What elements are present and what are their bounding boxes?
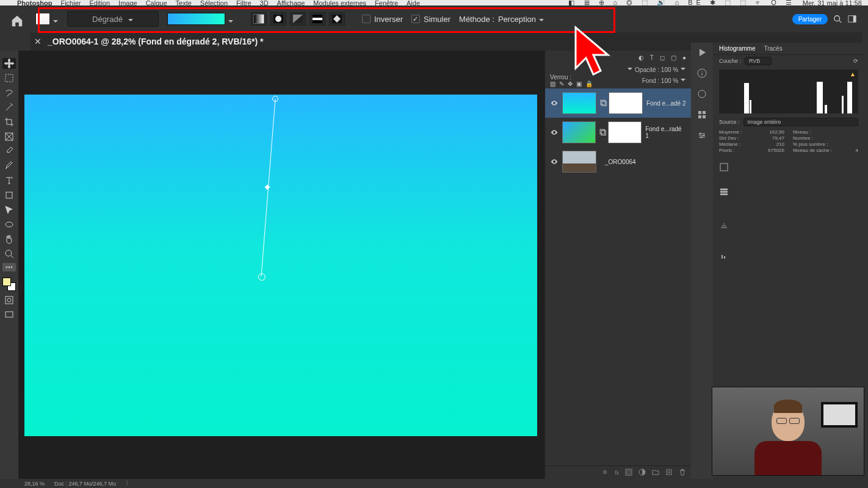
status-chevron[interactable]: 〉 <box>126 479 131 487</box>
document-canvas[interactable] <box>24 95 537 436</box>
eyedropper-tool[interactable] <box>2 146 16 157</box>
layer-item[interactable]: ⧉ Fond e...adé 2 <box>545 88 691 118</box>
tab-histogram[interactable]: Histogramme <box>719 45 755 52</box>
lock-transparency-icon[interactable]: ▨ <box>550 81 555 87</box>
color-icon[interactable] <box>697 89 707 101</box>
tool-preset-swatch[interactable] <box>35 13 59 25</box>
crop-tool[interactable] <box>2 117 16 127</box>
layer-item[interactable]: ⧉ Fond e...radé 1 <box>545 118 691 147</box>
shape-tool[interactable] <box>2 190 16 201</box>
status-icons[interactable]: ◧ ⊞ ⊕ ⌂ ⏣ ⬚ 🔊 ⌂ BE ✱ ⬚ ⬚ ᯤ Q ☰ <box>568 0 795 7</box>
swatches-icon[interactable] <box>697 110 707 122</box>
visibility-toggle[interactable] <box>550 158 559 165</box>
menu-fichier[interactable]: Fichier <box>60 0 81 7</box>
workspace-icon[interactable] <box>847 14 857 24</box>
mask-icon[interactable]: ▢ <box>671 54 676 61</box>
info-icon[interactable] <box>697 68 707 81</box>
gradient-reflected-button[interactable] <box>309 12 325 26</box>
marquee-tool[interactable] <box>2 73 16 84</box>
chevron-down-icon[interactable] <box>680 77 686 83</box>
layer-thumbnail[interactable] <box>562 121 596 143</box>
opacity-value[interactable]: 100 % <box>661 66 678 73</box>
simuler-checkbox[interactable]: Simuler <box>411 15 450 24</box>
panel-icon[interactable] <box>713 214 864 238</box>
link-icon[interactable]: ⧉ <box>600 98 605 109</box>
lock-position-icon[interactable]: ✥ <box>568 81 573 87</box>
panel-icon[interactable] <box>713 246 864 271</box>
new-layer-icon[interactable] <box>665 467 673 478</box>
play-icon[interactable] <box>697 48 707 60</box>
dot-icon[interactable]: ● <box>682 54 686 61</box>
menu-aide[interactable]: Aide <box>407 0 420 7</box>
source-dropdown[interactable]: Image entière <box>743 118 858 126</box>
zoom-level[interactable]: 28,16 % <box>24 481 45 487</box>
foreground-background-colors[interactable] <box>2 278 16 291</box>
hand-tool[interactable] <box>2 234 16 245</box>
mask-icon[interactable] <box>625 467 632 478</box>
visibility-toggle[interactable] <box>550 99 559 107</box>
group-icon[interactable] <box>652 467 659 478</box>
layer-name[interactable]: _ORO0064 <box>605 159 636 165</box>
method-dropdown[interactable]: Perception <box>498 15 544 24</box>
channel-dropdown[interactable]: RVB <box>745 57 772 65</box>
wand-tool[interactable] <box>2 102 16 113</box>
layer-name[interactable]: Fond e...radé 1 <box>645 126 686 139</box>
warning-icon[interactable]: ▲ <box>850 71 856 77</box>
layer-thumbnail[interactable] <box>562 151 596 173</box>
share-button[interactable]: Partager <box>792 14 828 24</box>
menu-affichage[interactable]: Affichage <box>277 0 305 7</box>
gradient-linear-button[interactable] <box>251 12 267 26</box>
gradient-diamond-button[interactable] <box>329 12 345 26</box>
search-icon[interactable] <box>833 14 842 24</box>
gradient-preset-dropdown[interactable]: Dégradé <box>67 11 159 27</box>
edit-toolbar-button[interactable] <box>2 263 16 271</box>
lock-artboard-icon[interactable]: ▣ <box>576 81 582 87</box>
home-button[interactable] <box>6 10 28 32</box>
lasso-tool[interactable] <box>2 87 16 98</box>
gradient-start-handle[interactable] <box>272 96 278 102</box>
app-name[interactable]: Photoshop <box>17 0 52 7</box>
gradient-mid-handle[interactable] <box>265 185 270 190</box>
doc-size[interactable]: Doc : 246,7 Mo/246,7 Mo <box>54 481 116 487</box>
layer-thumbnail[interactable] <box>562 92 596 114</box>
frame-tool[interactable] <box>2 131 16 142</box>
text-icon[interactable]: T <box>650 54 654 61</box>
adjust-icon[interactable]: ◐ <box>638 54 644 61</box>
screenmode-button[interactable] <box>2 309 16 320</box>
menu-calque[interactable]: Calque <box>146 0 167 7</box>
layer-item[interactable]: _ORO0064 <box>545 147 691 176</box>
inverser-checkbox[interactable]: Inverser <box>362 15 403 24</box>
gradient-radial-button[interactable] <box>270 12 286 26</box>
lock-brush-icon[interactable]: ✎ <box>559 81 564 87</box>
ellipse-tool[interactable] <box>2 219 16 230</box>
fx-icon[interactable]: fx <box>615 470 619 476</box>
menu-selection[interactable]: Sélection <box>200 0 228 7</box>
tab-traces[interactable]: Tracés <box>764 45 782 52</box>
chevron-down-icon[interactable] <box>680 66 686 72</box>
zoom-tool[interactable] <box>2 248 16 259</box>
gradient-angle-button[interactable] <box>290 12 306 26</box>
type-tool[interactable] <box>2 175 16 186</box>
delete-icon[interactable] <box>679 467 686 478</box>
panel-icon[interactable] <box>713 156 864 181</box>
adjustment-icon[interactable] <box>638 467 646 478</box>
move-tool[interactable] <box>2 58 16 69</box>
path-tool[interactable] <box>2 204 16 215</box>
close-tab-button[interactable]: ✕ <box>34 37 42 46</box>
menu-3d[interactable]: 3D <box>260 0 269 7</box>
menu-modules[interactable]: Modules externes <box>313 0 366 7</box>
adjust-icon[interactable] <box>697 131 707 143</box>
quickmask-button[interactable] <box>2 295 16 306</box>
chevron-down-icon[interactable] <box>627 66 633 72</box>
document-tab-title[interactable]: _ORO0064-1 @ 28,2% (Fond en dégradé 2, R… <box>48 37 263 46</box>
layer-name[interactable]: Fond e...adé 2 <box>646 100 686 107</box>
menu-edition[interactable]: Édition <box>89 0 110 7</box>
refresh-icon[interactable]: ⟳ <box>853 58 858 64</box>
fill-value[interactable]: 100 % <box>661 77 678 84</box>
link-icon[interactable]: ⧉ <box>599 127 604 138</box>
gradient-preview-dropdown[interactable] <box>167 13 234 25</box>
menu-fenetre[interactable]: Fenêtre <box>375 0 398 7</box>
mask-thumbnail[interactable] <box>608 121 642 143</box>
link-layers-icon[interactable] <box>601 467 609 478</box>
visibility-toggle[interactable] <box>550 129 559 136</box>
